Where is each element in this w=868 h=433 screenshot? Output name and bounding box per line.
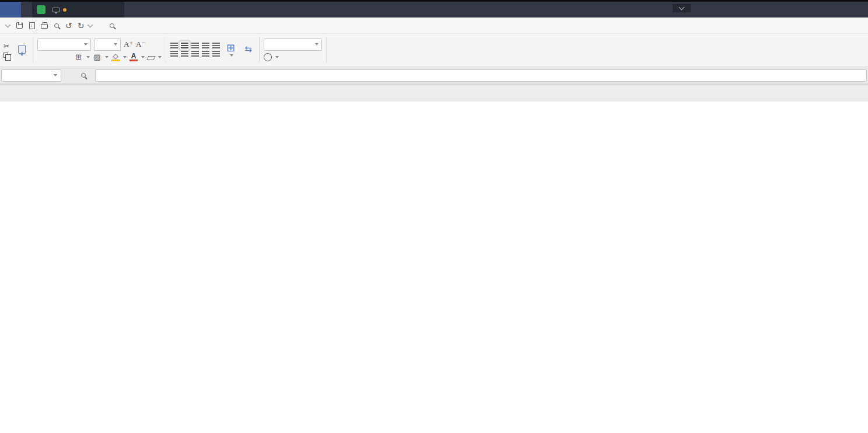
font-group: A⁺ A⁻ ⊞ ▨ ◇ A xyxy=(37,39,162,61)
chevron-down-icon xyxy=(141,56,145,58)
increase-font-button[interactable]: A⁺ xyxy=(124,40,133,49)
print-icon xyxy=(41,24,48,29)
document-tab[interactable] xyxy=(32,2,124,18)
align-left-button[interactable] xyxy=(170,51,178,57)
titlebar-collapse-button[interactable] xyxy=(673,4,691,12)
quick-access-chevron-icon[interactable] xyxy=(5,22,11,28)
align-center-button[interactable] xyxy=(181,51,188,57)
undo-button[interactable]: ↺ xyxy=(64,20,74,30)
chevron-down-icon xyxy=(114,43,117,46)
number-group xyxy=(264,39,322,61)
chevron-down-icon xyxy=(315,43,318,46)
clear-format-button[interactable] xyxy=(147,56,156,60)
search-icon xyxy=(110,23,114,28)
export-pdf-button[interactable] xyxy=(27,20,37,30)
decrease-font-button[interactable]: A⁻ xyxy=(136,40,145,49)
export-pdf-icon xyxy=(29,22,35,29)
clipboard-group: ✂ xyxy=(4,42,29,58)
window-top-edge xyxy=(0,0,868,2)
title-bar xyxy=(0,0,868,18)
decrease-indent-button[interactable] xyxy=(202,43,209,48)
currency-button[interactable] xyxy=(264,53,272,61)
wps-spreadsheet-window: ↺ ↻ ✂ xyxy=(0,0,868,433)
print-button[interactable] xyxy=(39,20,49,30)
chevron-down-icon xyxy=(105,56,108,58)
chevron-down-icon xyxy=(158,56,162,58)
align-bottom-button[interactable] xyxy=(191,43,199,48)
font-color-button[interactable]: A xyxy=(130,53,138,61)
print-preview-icon xyxy=(54,23,59,28)
fill-color-button[interactable]: ◇ xyxy=(111,53,120,61)
print-preview-button[interactable] xyxy=(51,20,61,30)
cut-button[interactable]: ✂ xyxy=(4,42,12,50)
menu-bar: ↺ ↻ xyxy=(0,18,868,34)
alignment-group: ⊞ ⇆ xyxy=(170,42,255,57)
formula-input[interactable] xyxy=(95,69,867,82)
column-headers xyxy=(0,85,868,102)
font-size-select[interactable] xyxy=(94,39,121,51)
ribbon: ✂ xyxy=(0,34,868,67)
merge-center-button[interactable]: ⊞ xyxy=(223,42,238,57)
justify-button[interactable] xyxy=(202,51,209,57)
format-painter-button[interactable] xyxy=(15,44,29,55)
chevron-down-icon xyxy=(230,54,233,57)
wrap-text-button[interactable]: ⇆ xyxy=(242,43,255,56)
formula-bar xyxy=(0,67,868,83)
chevron-down-icon xyxy=(84,43,88,46)
zoom-formula-icon[interactable] xyxy=(81,73,86,78)
wrap-text-icon: ⇆ xyxy=(244,44,252,54)
toolbar-options-icon[interactable] xyxy=(88,22,93,28)
font-name-select[interactable] xyxy=(37,39,91,51)
command-search[interactable] xyxy=(110,23,118,28)
align-top-button[interactable] xyxy=(170,43,178,48)
unsaved-dot-icon xyxy=(63,8,66,12)
monitor-icon xyxy=(52,8,60,12)
number-format-select[interactable] xyxy=(264,39,322,51)
save-button[interactable] xyxy=(15,20,24,30)
chevron-down-icon xyxy=(275,56,279,58)
chevron-down-icon xyxy=(54,74,57,76)
chevron-down-icon xyxy=(86,56,90,58)
cell-shading-button[interactable]: ▨ xyxy=(93,53,102,61)
wps-logo-icon xyxy=(37,5,46,14)
name-box[interactable] xyxy=(1,69,61,82)
corner-blue-block xyxy=(0,0,21,18)
scissors-icon: ✂ xyxy=(4,42,9,50)
chevron-down-icon xyxy=(123,56,127,58)
redo-button[interactable]: ↻ xyxy=(76,20,86,30)
distribute-button[interactable] xyxy=(212,51,220,57)
align-middle-button[interactable] xyxy=(181,43,188,48)
format-painter-icon xyxy=(18,45,26,54)
save-icon xyxy=(16,22,23,29)
borders-button[interactable]: ⊞ xyxy=(74,53,83,61)
increase-indent-button[interactable] xyxy=(212,43,220,48)
chevron-down-icon xyxy=(679,5,685,11)
copy-button[interactable] xyxy=(4,53,12,58)
merge-cells-icon: ⊞ xyxy=(226,43,235,53)
copy-icon xyxy=(4,53,8,58)
align-right-button[interactable] xyxy=(191,51,199,57)
